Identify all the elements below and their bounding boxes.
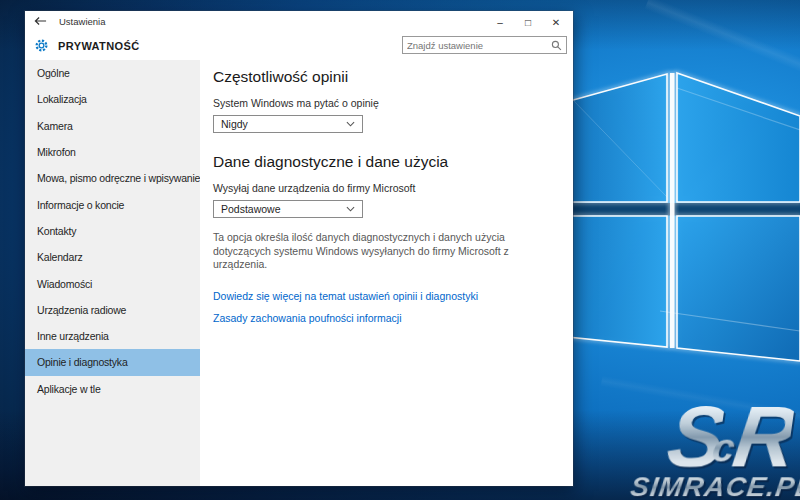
sidebar-item-opinie-i-diagnostyka[interactable]: Opinie i diagnostyka [25, 349, 200, 375]
settings-window: Ustawienia – □ ✕ PRYWATNOŚĆ O [25, 11, 573, 486]
maximize-button[interactable]: □ [514, 14, 542, 31]
diagnostics-level-dropdown[interactable]: Podstawowe [213, 200, 363, 218]
back-button[interactable] [34, 15, 48, 27]
page-header: PRYWATNOŚĆ [25, 31, 573, 60]
diagnostics-label: Wysyłaj dane urządzenia do firmy Microso… [213, 182, 573, 195]
window-title: Ustawienia [59, 16, 105, 27]
simrace-logo: S c R [544, 405, 800, 467]
settings-content: Częstotliwość opinii System Windows ma p… [200, 60, 573, 486]
watermark-text: SIMRACE.PL [539, 471, 800, 500]
sidebar-item-inne-urzadzenia[interactable]: Inne urządzenia [25, 323, 200, 349]
chevron-down-icon [346, 121, 355, 127]
feedback-frequency-heading: Częstotliwość opinii [213, 68, 573, 86]
sidebar-item-mowa-pismo-odreczne[interactable]: Mowa, pismo odręczne i wpisywanie tekstu [25, 165, 200, 191]
page-title: PRYWATNOŚĆ [58, 40, 140, 52]
arrow-left-icon [34, 16, 47, 26]
feedback-frequency-label: System Windows ma pytać o opinię [213, 97, 573, 110]
search-input[interactable] [403, 40, 551, 51]
logo-pane-bottom-right [677, 216, 800, 361]
caption-buttons: – □ ✕ [486, 14, 570, 31]
diagnostics-heading: Dane diagnostyczne i dane użycia [213, 153, 573, 171]
sidebar-item-kamera[interactable]: Kamera [25, 113, 200, 139]
sidebar-item-ogolne[interactable]: Ogólne [25, 60, 200, 86]
learn-more-link[interactable]: Dowiedz się więcej na temat ustawień opi… [213, 290, 478, 302]
sidebar-item-informacje-o-koncie[interactable]: Informacje o koncie [25, 191, 200, 217]
sidebar-item-lokalizacja[interactable]: Lokalizacja [25, 86, 200, 112]
window-body: Ogólne Lokalizacja Kamera Mikrofon Mowa,… [25, 60, 573, 486]
close-button[interactable]: ✕ [542, 14, 570, 31]
sidebar-item-aplikacje-w-tle[interactable]: Aplikacje w tle [25, 376, 200, 402]
feedback-frequency-dropdown[interactable]: Nigdy [213, 115, 363, 133]
feedback-frequency-value: Nigdy [221, 118, 248, 130]
logo-vertical-light-line [670, 73, 675, 348]
diagnostics-description: Ta opcja określa ilość danych diagnostyc… [213, 231, 561, 272]
sidebar-item-kalendarz[interactable]: Kalendarz [25, 244, 200, 270]
sidebar-item-urzadzenia-radiowe[interactable]: Urządzenia radiowe [25, 297, 200, 323]
search-icon[interactable] [551, 40, 562, 51]
sidebar-item-mikrofon[interactable]: Mikrofon [25, 139, 200, 165]
minimize-button[interactable]: – [486, 14, 514, 31]
privacy-statement-link[interactable]: Zasady zachowania poufności informacji [213, 312, 402, 324]
simrace-watermark: S c R SIMRACE.PL [539, 405, 800, 500]
gear-icon [34, 38, 49, 53]
chevron-down-icon [346, 206, 355, 212]
sidebar-item-wiadomosci[interactable]: Wiadomości [25, 270, 200, 296]
titlebar[interactable]: Ustawienia – □ ✕ [25, 11, 573, 31]
settings-search[interactable] [402, 36, 567, 54]
watermark-letter-r: R [730, 405, 795, 467]
sidebar-item-kontakty[interactable]: Kontakty [25, 218, 200, 244]
diagnostics-level-value: Podstawowe [221, 203, 281, 215]
logo-pane-top-right [677, 73, 800, 202]
privacy-sidebar: Ogólne Lokalizacja Kamera Mikrofon Mowa,… [25, 60, 200, 486]
